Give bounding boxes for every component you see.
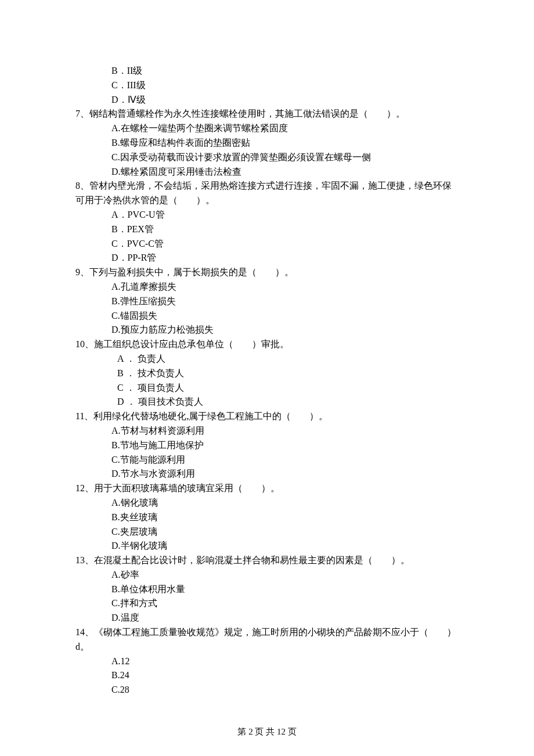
option-item: C ． 项目负责人 bbox=[75, 381, 459, 395]
option-item: A.砂率 bbox=[75, 568, 459, 582]
option-item: B.弹性压缩损失 bbox=[75, 294, 459, 309]
option-item: B.节地与施工用地保护 bbox=[75, 438, 459, 453]
option-item: B.单位体积用水量 bbox=[75, 582, 459, 597]
option-item: A.孔道摩擦损失 bbox=[75, 280, 459, 294]
option-item: B.24 bbox=[75, 668, 459, 683]
option-item: D.温度 bbox=[75, 611, 459, 625]
option-item: C.锚固损失 bbox=[75, 309, 459, 323]
question-stem: 7、钢结构普通螺栓作为永久性连接螺栓使用时，其施工做法错误的是（ ）。 bbox=[75, 107, 459, 121]
option-item: D ． 项目技术负责人 bbox=[75, 395, 459, 409]
question-12: 12、用于大面积玻璃幕墙的玻璃宜采用（ ）。 A.钢化玻璃 B.夹丝玻璃 C.夹… bbox=[75, 481, 459, 553]
question-9: 9、下列与盈利损失中，属于长期损失的是（ ）。 A.孔道摩擦损失 B.弹性压缩损… bbox=[75, 265, 459, 337]
option-item: A.在螺栓一端垫两个垫圈来调节螺栓紧固度 bbox=[75, 121, 459, 136]
option-item: B.螺母应和结构件表面的垫圈密贴 bbox=[75, 136, 459, 150]
option-item: C.因承受动荷载而设计要求放置的弹簧垫圈必须设置在螺母一侧 bbox=[75, 150, 459, 165]
option-item: A.节材与材料资源利用 bbox=[75, 424, 459, 438]
option-item: C．III级 bbox=[75, 78, 459, 93]
option-item: C.节能与能源利用 bbox=[75, 453, 459, 467]
option-item: D.半钢化玻璃 bbox=[75, 539, 459, 553]
question-stem: 10、施工组织总设计应由总承包单位（ ）审批。 bbox=[75, 337, 459, 352]
option-item: C.28 bbox=[75, 683, 459, 697]
question-stem: 12、用于大面积玻璃幕墙的玻璃宜采用（ ）。 bbox=[75, 481, 459, 496]
question-stem: 14、《砌体工程施工质量验收规范》规定，施工时所用的小砌块的产品龄期不应小于（ … bbox=[75, 625, 459, 654]
option-item: A.12 bbox=[75, 654, 459, 669]
question-stem: 13、在混凝土配合比设计时，影响混凝土拌合物和易性最主要的因素是（ ）。 bbox=[75, 553, 459, 568]
option-item: B ． 技术负责人 bbox=[75, 366, 459, 381]
prev-question-options: B．II级 C．III级 D．Ⅳ级 bbox=[75, 64, 459, 107]
question-stem: 8、管材内壁光滑，不会结垢，采用热熔连接方式进行连接，牢固不漏，施工便捷，绿色环… bbox=[75, 179, 459, 208]
option-item: C.拌和方式 bbox=[75, 596, 459, 611]
option-item: A ． 负责人 bbox=[75, 352, 459, 366]
option-item: B．PEX管 bbox=[75, 222, 459, 237]
option-item: A.钢化玻璃 bbox=[75, 496, 459, 510]
option-item: B.夹丝玻璃 bbox=[75, 510, 459, 525]
option-item: D．PP-R管 bbox=[75, 251, 459, 265]
option-item: D.螺栓紧固度可采用锤击法检查 bbox=[75, 165, 459, 179]
option-item: D.节水与水资源利用 bbox=[75, 467, 459, 481]
question-13: 13、在混凝土配合比设计时，影响混凝土拌合物和易性最主要的因素是（ ）。 A.砂… bbox=[75, 553, 459, 625]
question-10: 10、施工组织总设计应由总承包单位（ ）审批。 A ． 负责人 B ． 技术负责… bbox=[75, 337, 459, 409]
page-container: B．II级 C．III级 D．Ⅳ级 7、钢结构普通螺栓作为永久性连接螺栓使用时，… bbox=[0, 0, 534, 756]
question-stem: 11、利用绿化代替场地硬化,属于绿色工程施工中的（ ）。 bbox=[75, 409, 459, 424]
question-11: 11、利用绿化代替场地硬化,属于绿色工程施工中的（ ）。 A.节材与材料资源利用… bbox=[75, 409, 459, 481]
option-item: D.预应力筋应力松弛损失 bbox=[75, 323, 459, 337]
option-item: C.夹层玻璃 bbox=[75, 525, 459, 539]
option-item: B．II级 bbox=[75, 64, 459, 78]
question-8: 8、管材内壁光滑，不会结垢，采用热熔连接方式进行连接，牢固不漏，施工便捷，绿色环… bbox=[75, 179, 459, 265]
question-7: 7、钢结构普通螺栓作为永久性连接螺栓使用时，其施工做法错误的是（ ）。 A.在螺… bbox=[75, 107, 459, 179]
question-14: 14、《砌体工程施工质量验收规范》规定，施工时所用的小砌块的产品龄期不应小于（ … bbox=[75, 625, 459, 697]
option-item: C．PVC-C管 bbox=[75, 237, 459, 251]
page-footer: 第 2 页 共 12 页 bbox=[0, 725, 534, 739]
question-stem: 9、下列与盈利损失中，属于长期损失的是（ ）。 bbox=[75, 265, 459, 280]
option-item: A．PVC-U管 bbox=[75, 208, 459, 222]
option-item: D．Ⅳ级 bbox=[75, 93, 459, 107]
